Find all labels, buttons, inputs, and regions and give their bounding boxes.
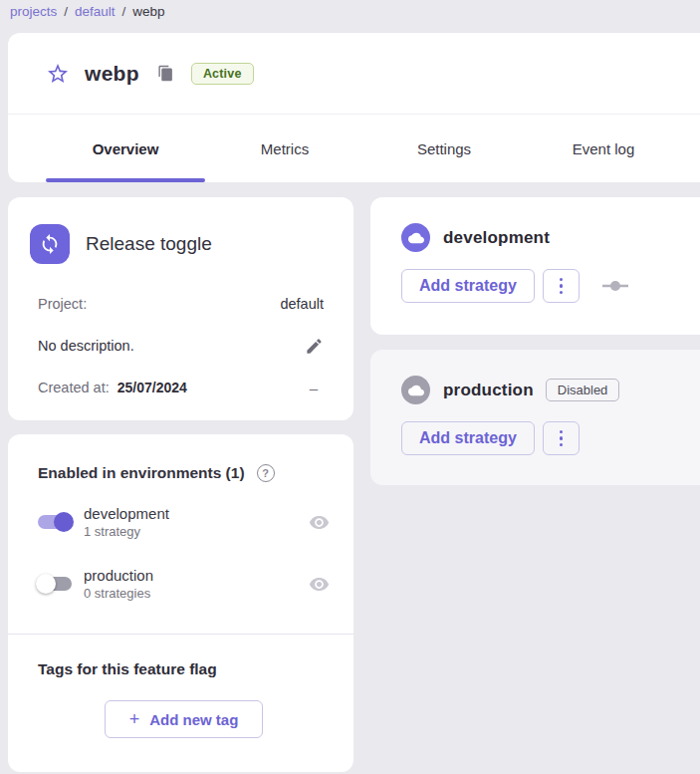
environment-row-development: development 1 strategy — [36, 500, 330, 544]
cloud-environment-icon — [401, 223, 430, 252]
environment-panel-name: production — [443, 381, 534, 400]
feature-header-card: webp Active Overview Metrics Settings Ev… — [8, 33, 700, 182]
more-options-button[interactable] — [543, 421, 580, 455]
description-row: No description. — [38, 335, 324, 357]
add-strategy-button[interactable]: Add strategy — [401, 269, 535, 303]
breadcrumb-separator: / — [122, 4, 126, 19]
visibility-eye-icon[interactable] — [309, 512, 330, 533]
created-at-value: 25/07/2024 — [117, 380, 187, 395]
created-at-label: Created at: — [38, 380, 110, 395]
tags-title: Tags for this feature flag — [38, 660, 330, 678]
kebab-dot — [560, 443, 564, 447]
development-toggle[interactable] — [36, 511, 74, 533]
environment-panel-production: production Disabled Add strategy — [370, 350, 700, 485]
release-toggle-icon — [30, 224, 70, 264]
empty-value-dash: – — [310, 380, 324, 396]
feature-title-row: webp Active — [8, 33, 700, 115]
status-badge: Active — [191, 63, 254, 85]
right-column: development Add strategy — [370, 197, 700, 485]
kebab-dot — [560, 430, 564, 434]
strategy-count: 1 strategy — [84, 524, 309, 539]
panel-header: development — [401, 223, 690, 252]
panel-actions: Add strategy — [401, 421, 690, 455]
environment-panel-development: development Add strategy — [370, 197, 700, 335]
environments-title: Enabled in environments (1) — [38, 464, 245, 482]
project-label: Project: — [38, 296, 87, 312]
tab-bar: Overview Metrics Settings Event log — [8, 115, 700, 182]
add-new-tag-label: Add new tag — [149, 711, 238, 728]
environments-summary-card: Enabled in environments (1) ? developmen… — [8, 434, 353, 772]
kebab-dot — [560, 284, 564, 288]
edit-description-button[interactable] — [305, 337, 324, 356]
environment-name: production — [84, 567, 309, 584]
tags-section: Tags for this feature flag + Add new tag — [8, 635, 353, 772]
kebab-dot — [560, 278, 564, 282]
panel-header: production Disabled — [401, 376, 690, 404]
cloud-environment-icon — [401, 376, 430, 404]
environments-heading-row: Enabled in environments (1) ? — [8, 464, 353, 482]
more-options-button[interactable] — [543, 269, 580, 303]
project-row: Project: default — [38, 293, 324, 315]
feature-type-name: Release toggle — [86, 233, 212, 255]
favorite-star-icon[interactable] — [46, 62, 70, 86]
production-toggle[interactable] — [36, 573, 74, 595]
breadcrumb: projects / default / webp — [0, 0, 700, 20]
left-column: Release toggle Project: default No descr… — [8, 197, 353, 772]
help-icon[interactable]: ? — [257, 464, 275, 482]
feature-type-row: Release toggle — [30, 224, 326, 264]
copy-icon[interactable] — [157, 65, 174, 82]
breadcrumb-separator: / — [64, 4, 68, 19]
feature-flag-page: projects / default / webp webp Active Ov… — [0, 0, 700, 774]
breadcrumb-projects[interactable]: projects — [10, 4, 57, 19]
toggle-thumb — [36, 574, 56, 594]
project-value: default — [280, 296, 324, 312]
panel-actions: Add strategy — [401, 269, 690, 303]
breadcrumb-default[interactable]: default — [75, 4, 116, 19]
tab-settings[interactable]: Settings — [364, 115, 524, 182]
disabled-badge: Disabled — [546, 379, 620, 401]
environment-text: production 0 strategies — [84, 567, 309, 601]
kebab-dot — [560, 436, 564, 440]
add-new-tag-button[interactable]: + Add new tag — [105, 700, 264, 738]
environment-panel-name: development — [443, 228, 550, 248]
feature-meta-card: Release toggle Project: default No descr… — [8, 197, 353, 420]
kebab-dot — [560, 291, 564, 295]
environment-text: development 1 strategy — [84, 505, 309, 539]
tab-event-log[interactable]: Event log — [524, 115, 683, 182]
pencil-icon — [305, 337, 324, 356]
strategy-count: 0 strategies — [84, 586, 309, 601]
tab-overview[interactable]: Overview — [46, 115, 205, 182]
plus-icon: + — [129, 710, 140, 728]
visibility-eye-icon[interactable] — [309, 574, 330, 595]
feature-description: No description. — [38, 338, 134, 354]
environment-row-production: production 0 strategies — [36, 562, 330, 606]
page-title: webp — [85, 62, 139, 86]
breadcrumb-current: webp — [132, 4, 164, 19]
strategy-connector-icon — [601, 280, 629, 292]
created-at-row: Created at: 25/07/2024 – — [38, 377, 324, 398]
toggle-thumb — [54, 512, 74, 532]
add-strategy-button[interactable]: Add strategy — [401, 421, 535, 455]
tab-metrics[interactable]: Metrics — [205, 115, 364, 182]
environment-name: development — [84, 505, 309, 522]
main-content: Release toggle Project: default No descr… — [8, 197, 700, 772]
